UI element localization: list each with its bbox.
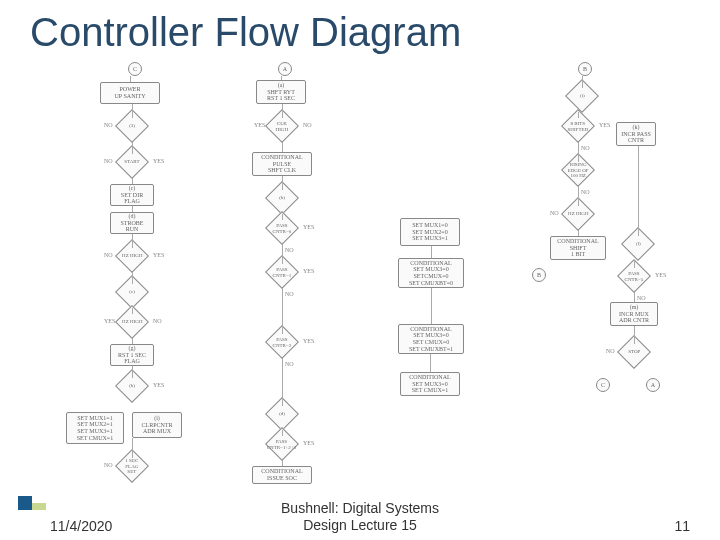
flow-node: C [596,378,610,392]
edge-label: NO [285,291,294,297]
edge-label: YES [153,252,164,258]
flow-node: (a) SHFT RYT RST 1 SEC [256,80,306,104]
flow-node: (c) SET DIR FLAG [110,184,154,206]
flow-node: CONDITIONAL SET MUX3=0 SET CMUX=0 SET CM… [398,324,464,354]
edge-label: YES [254,122,265,128]
flow-node: (g) RST 1 SEC FLAG [110,344,154,366]
edge-label: NO [581,145,590,151]
edge-label: YES [153,382,164,388]
footer-line2: Design Lecture 15 [303,517,417,533]
edge-label: YES [303,338,314,344]
flow-node: A [646,378,660,392]
edge-label: NO [153,318,162,324]
edge-label: YES [104,318,115,324]
column-3: SET MUX1=0 SET MUX2=0 SET MUX3=1CONDITIO… [360,62,510,492]
edge-label: YES [303,268,314,274]
footer-line1: Bushnell: Digital Systems [281,500,439,516]
footer-center: Bushnell: Digital Systems Design Lecture… [0,500,720,534]
flow-node: A [278,62,292,76]
page-title: Controller Flow Diagram [0,0,720,60]
edge-label: NO [104,122,113,128]
flow-node: SET MUX1=0 SET MUX2=0 SET MUX3=1 [400,218,460,246]
column-1: CPOWER UP SANITY(3)NOSTARTNOYES(c) SET D… [60,62,210,492]
edge-label: YES [303,440,314,446]
edge-label: NO [104,252,113,258]
column-4: B(i)8 BITS SHIFTEDYESNORISING EDGE OF 10… [510,62,660,492]
flow-node: CONDITIONAL PULSE SHFT CLK [252,152,312,176]
flow-node: SET MUX1=1 SET MUX2=1 SET MUX3=1 SET CMU… [66,412,124,444]
edge-label: NO [637,295,646,301]
footer-page: 11 [674,518,690,534]
flow-node: B [578,62,592,76]
flow-node: CONDITIONAL SET MUX3=0 SETCMUX=0 SET CMU… [398,258,464,288]
flow-node: POWER UP SANITY [100,82,160,104]
edge-label: YES [153,158,164,164]
flow-node: (m) INCR MUX ADR CNTR [610,302,658,326]
flow-node: B [532,268,546,282]
edge-label: YES [655,272,666,278]
flow-node: C [128,62,142,76]
flow-diagram: CPOWER UP SANITY(3)NOSTARTNOYES(c) SET D… [60,62,660,492]
edge-label: NO [285,247,294,253]
column-2: A(a) SHFT RYT RST 1 SECCLK HIGHYESNOCOND… [210,62,360,492]
edge-label: NO [606,348,615,354]
flow-node: CONDITIONAL SET MUX3=0 SET CMUX=1 [400,372,460,396]
flow-node: (d) STROBE RUN [110,212,154,234]
flow-node: (k) INCR PASS CNTR [616,122,656,146]
edge-label: NO [581,189,590,195]
edge-label: YES [303,224,314,230]
edge-label: NO [550,210,559,216]
edge-label: NO [104,158,113,164]
edge-label: YES [599,122,610,128]
edge-label: NO [285,361,294,367]
edge-label: NO [303,122,312,128]
flow-node: CONDITIONAL ISSUE SOC [252,466,312,484]
flow-node: (i) CLRPCNTR ADR MUX [132,412,182,438]
flow-node: CONDITIONAL SHIFT 1 BIT [550,236,606,260]
edge-label: NO [104,462,113,468]
